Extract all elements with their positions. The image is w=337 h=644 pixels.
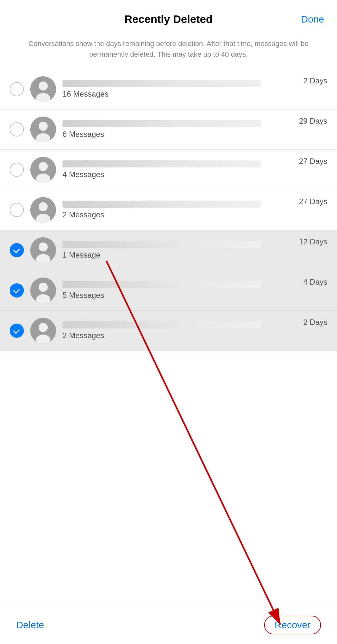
message-count: 2 Messages (63, 331, 327, 340)
name-bar (63, 120, 261, 127)
svg-point-4 (39, 122, 48, 131)
list-item[interactable]: 5 Messages4 Days (0, 270, 337, 311)
svg-point-1 (39, 81, 48, 90)
radio-button-7[interactable] (10, 324, 24, 338)
message-count: 4 Messages (63, 170, 327, 179)
avatar (30, 278, 56, 303)
svg-point-13 (39, 242, 48, 251)
name-bar (63, 321, 261, 328)
item-info: 4 Messages (63, 160, 327, 179)
svg-point-19 (39, 323, 48, 332)
radio-button-1[interactable] (10, 82, 24, 96)
days-remaining: 29 Days (299, 117, 327, 126)
list-item[interactable]: 2 Messages27 Days (0, 190, 337, 230)
item-info: 2 Messages (63, 201, 327, 219)
name-bar (63, 201, 261, 208)
days-remaining: 4 Days (303, 278, 327, 287)
item-info: 6 Messages (63, 120, 327, 139)
avatar (30, 157, 56, 183)
list-item[interactable]: 1 Message12 Days (0, 230, 337, 270)
days-remaining: 2 Days (303, 318, 327, 327)
name-bar (63, 80, 261, 87)
message-count: 16 Messages (63, 90, 327, 99)
delete-button[interactable]: Delete (16, 620, 44, 630)
days-remaining: 27 Days (299, 197, 327, 206)
message-count: 2 Messages (63, 210, 327, 219)
name-bar (63, 241, 261, 248)
radio-button-5[interactable] (10, 243, 24, 257)
days-remaining: 12 Days (299, 237, 327, 246)
subtitle-text: Conversations show the days remaining be… (0, 32, 337, 69)
radio-button-3[interactable] (10, 163, 24, 177)
radio-button-6[interactable] (10, 283, 24, 298)
avatar (30, 117, 56, 142)
deleted-list: 16 Messages2 Days 6 Messages29 Days 4 Me… (0, 69, 337, 606)
recover-button[interactable]: Recover (264, 616, 321, 634)
header: Recently Deleted Done (0, 0, 337, 32)
days-remaining: 2 Days (303, 76, 327, 85)
list-item[interactable]: 16 Messages2 Days (0, 69, 337, 109)
message-count: 1 Message (63, 251, 327, 260)
done-button[interactable]: Done (301, 14, 324, 25)
page-title: Recently Deleted (124, 13, 213, 25)
item-info: 16 Messages (63, 80, 327, 99)
page-container: Recently Deleted Done Conversations show… (0, 0, 337, 644)
message-count: 6 Messages (63, 130, 327, 139)
avatar (30, 197, 56, 223)
radio-button-2[interactable] (10, 122, 24, 137)
list-item[interactable]: 2 Messages2 Days (0, 311, 337, 351)
days-remaining: 27 Days (299, 157, 327, 166)
list-item[interactable]: 4 Messages27 Days (0, 150, 337, 190)
svg-point-10 (39, 202, 48, 211)
avatar (30, 237, 56, 263)
bottom-toolbar: Delete Recover (0, 606, 337, 644)
name-bar (63, 281, 261, 288)
item-info: 5 Messages (63, 281, 327, 300)
message-count: 5 Messages (63, 291, 327, 300)
item-info: 2 Messages (63, 321, 327, 340)
name-bar (63, 160, 261, 167)
avatar (30, 318, 56, 344)
svg-point-7 (39, 162, 48, 171)
list-item[interactable]: 6 Messages29 Days (0, 109, 337, 150)
item-info: 1 Message (63, 241, 327, 260)
avatar (30, 76, 56, 102)
svg-point-16 (39, 283, 48, 292)
radio-button-4[interactable] (10, 203, 24, 217)
